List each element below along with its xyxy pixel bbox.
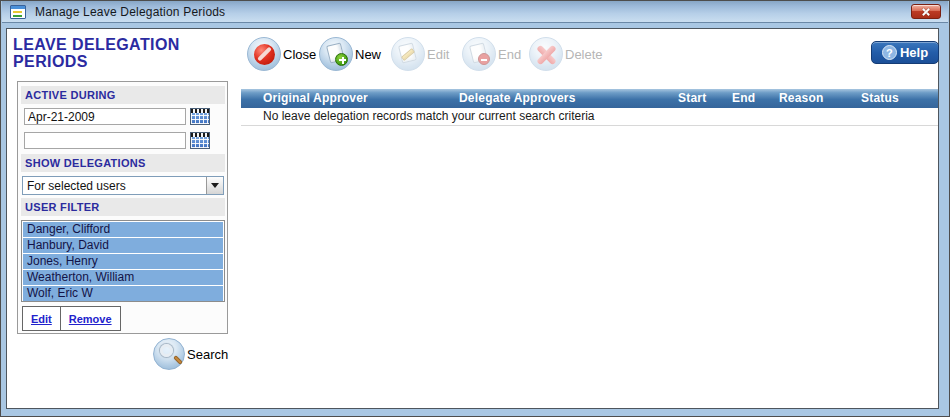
active-to-date-input[interactable]: [24, 132, 186, 149]
page-title: LEAVE DELEGATION PERIODS: [13, 36, 238, 70]
filter-panel: ACTIVE DURING SHOW DELEGATIONS For selec…: [17, 81, 228, 334]
edit-button-label: Edit: [427, 47, 449, 62]
titlebar[interactable]: Manage Leave Delegation Periods: [2, 1, 948, 23]
edit-button: Edit: [391, 37, 449, 71]
end-button: End: [462, 37, 521, 71]
close-button[interactable]: Close: [247, 37, 316, 71]
show-delegations-select[interactable]: For selected users: [22, 176, 224, 195]
user-filter-actions: Edit Remove: [22, 306, 121, 331]
show-delegations-selected-value: For selected users: [23, 179, 206, 193]
window-title: Manage Leave Delegation Periods: [35, 5, 225, 19]
active-from-date-input[interactable]: [24, 108, 186, 125]
form-window-icon: [10, 5, 26, 19]
dialog-content: LEAVE DELEGATION PERIODS ACTIVE DURING S…: [6, 28, 939, 409]
page-title-line2: PERIODS: [13, 53, 238, 70]
list-item[interactable]: Danger, Clifford: [23, 222, 223, 237]
new-button-label: New: [355, 47, 381, 62]
user-filter-header: USER FILTER: [21, 198, 225, 216]
list-item[interactable]: Hanbury, David: [23, 238, 223, 253]
column-header-original-approver[interactable]: Original Approver: [263, 91, 368, 105]
list-item[interactable]: Wolf, Eric W: [23, 286, 223, 301]
delete-button: Delete: [529, 37, 603, 71]
edit-users-link[interactable]: Edit: [31, 313, 52, 325]
page-title-line1: LEAVE DELEGATION: [13, 36, 238, 53]
column-header-end[interactable]: End: [732, 91, 755, 105]
edit-users-cell[interactable]: Edit: [22, 306, 61, 331]
new-button[interactable]: New: [319, 37, 381, 71]
list-item[interactable]: Jones, Henry: [23, 254, 223, 269]
search-button[interactable]: Search: [153, 338, 228, 370]
remove-users-link[interactable]: Remove: [69, 313, 112, 325]
search-button-label: Search: [187, 347, 228, 362]
window-close-button[interactable]: [911, 4, 941, 19]
delete-button-label: Delete: [565, 47, 603, 62]
show-delegations-header: SHOW DELEGATIONS: [21, 154, 225, 172]
magnifier-handle: [173, 355, 183, 365]
help-button[interactable]: ? Help: [871, 41, 939, 64]
dialog-window: Manage Leave Delegation Periods LEAVE DE…: [0, 0, 950, 417]
column-header-delegate-approvers[interactable]: Delegate Approvers: [459, 91, 576, 105]
active-during-header: ACTIVE DURING: [21, 86, 225, 104]
calendar-icon[interactable]: [190, 132, 210, 149]
no-entry-sign: [254, 44, 275, 65]
document-stop-icon: [462, 37, 496, 71]
document-plus-icon: [319, 37, 353, 71]
help-button-label: Help: [900, 45, 928, 60]
close-button-label: Close: [283, 47, 316, 62]
magnifier-lens: [160, 344, 173, 357]
calendar-icon[interactable]: [190, 108, 210, 125]
chevron-down-icon[interactable]: [206, 177, 223, 194]
empty-results-message: No leave delegation records match your c…: [241, 108, 938, 126]
end-button-label: End: [498, 47, 521, 62]
plus-badge-icon: [335, 53, 348, 66]
column-header-start[interactable]: Start: [678, 91, 706, 105]
red-x-icon: [529, 37, 563, 71]
column-header-reason[interactable]: Reason: [779, 91, 824, 105]
remove-users-cell[interactable]: Remove: [61, 306, 121, 331]
results-table-header: Original Approver Delegate Approvers Sta…: [241, 89, 938, 108]
red-x-glyph: [535, 43, 558, 66]
column-header-status[interactable]: Status: [861, 91, 899, 105]
user-filter-listbox[interactable]: Danger, Clifford Hanbury, David Jones, H…: [21, 220, 225, 302]
list-item[interactable]: Weatherton, William: [23, 270, 223, 285]
no-entry-icon: [247, 37, 281, 71]
stop-badge-icon: [478, 53, 490, 65]
document-pencil-icon: [391, 37, 425, 71]
magnifier-icon: [153, 338, 185, 370]
question-circle-icon: ?: [882, 45, 897, 60]
